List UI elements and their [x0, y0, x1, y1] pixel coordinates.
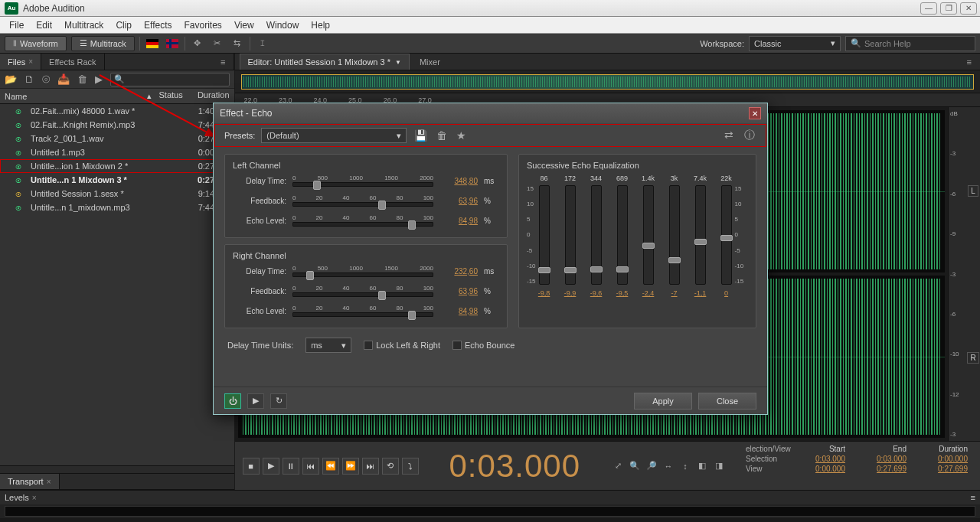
- zoom-btn-3[interactable]: ↔: [662, 459, 675, 473]
- eq-slider[interactable]: [565, 185, 576, 285]
- menu-help[interactable]: Help: [305, 18, 336, 32]
- menu-edit[interactable]: Edit: [30, 18, 58, 32]
- eq-slider[interactable]: [669, 185, 680, 285]
- menu-favorites[interactable]: Favorites: [178, 18, 228, 32]
- tab-editor[interactable]: Editor: Untitled Session 1 Mixdown 3 * ▼: [240, 54, 410, 70]
- transport-btn-2[interactable]: ⏸: [283, 458, 299, 475]
- zoom-btn-6[interactable]: ◨: [712, 459, 726, 473]
- view-end[interactable]: 0:27.699: [861, 465, 906, 473]
- info-icon[interactable]: ⓘ: [743, 129, 756, 142]
- param-slider[interactable]: 020406080100: [292, 194, 433, 207]
- menu-window[interactable]: Window: [260, 18, 305, 32]
- param-slider[interactable]: 020406080100: [292, 214, 433, 227]
- close-button[interactable]: Close: [698, 393, 756, 409]
- workspace-dropdown[interactable]: Classic ▾: [749, 36, 841, 51]
- param-value[interactable]: 63,96: [439, 287, 478, 295]
- column-status[interactable]: Status: [156, 89, 188, 103]
- panel-menu-icon[interactable]: ≡: [213, 54, 234, 70]
- file-row[interactable]: Untitled 1.mp30:00.048: [0, 145, 234, 159]
- loop-button[interactable]: ↻: [270, 393, 287, 409]
- delete-preset-icon[interactable]: 🗑: [435, 129, 449, 142]
- record-icon[interactable]: ⦾: [42, 73, 50, 86]
- transport-btn-8[interactable]: ⤵: [402, 458, 419, 475]
- column-name[interactable]: Name ▴: [0, 89, 156, 103]
- transport-btn-4[interactable]: ⏪: [322, 458, 339, 475]
- param-slider[interactable]: 020406080100: [292, 305, 433, 317]
- files-search-input[interactable]: 🔍: [110, 73, 230, 86]
- razor-tool-icon[interactable]: ✂: [210, 36, 225, 51]
- tab-files[interactable]: Files×: [0, 54, 41, 70]
- open-file-icon[interactable]: 📂: [5, 73, 17, 85]
- channel-map-icon[interactable]: ⇄: [723, 129, 735, 142]
- close-icon[interactable]: ×: [28, 57, 33, 66]
- eq-value[interactable]: -9,5: [616, 289, 629, 297]
- close-icon[interactable]: ×: [32, 494, 37, 502]
- flag-no-icon[interactable]: [166, 39, 178, 48]
- mode-multitrack-button[interactable]: ☰ Multitrack: [71, 36, 135, 51]
- eq-value[interactable]: -1,1: [694, 289, 707, 297]
- flag-de-icon[interactable]: [146, 39, 158, 48]
- file-row[interactable]: Untitle...n 1_mixdown.mp37:44.143: [0, 201, 234, 214]
- eq-slider[interactable]: [695, 185, 706, 285]
- param-slider[interactable]: 0500100015002000: [292, 265, 433, 277]
- close-window-button[interactable]: ✕: [960, 2, 977, 15]
- dialog-close-button[interactable]: ✕: [749, 107, 761, 119]
- file-row[interactable]: 02.Fait...mix) 48000 1.wav *1:40.000: [0, 104, 234, 118]
- zoom-btn-5[interactable]: ◧: [695, 459, 709, 473]
- eq-value[interactable]: 0: [724, 289, 728, 297]
- eq-slider[interactable]: [539, 185, 550, 285]
- time-select-tool-icon[interactable]: 𝙸: [255, 36, 270, 51]
- lock-lr-checkbox[interactable]: Lock Left & Right: [364, 341, 440, 350]
- zoom-btn-0[interactable]: ⤢: [611, 459, 625, 473]
- param-value[interactable]: 84,98: [439, 307, 478, 315]
- file-row[interactable]: Untitled Session 1.sesx *9:14.143: [0, 187, 234, 201]
- view-dur[interactable]: 0:27.699: [922, 465, 968, 473]
- eq-value[interactable]: -9,9: [564, 289, 577, 297]
- transport-btn-0[interactable]: ■: [243, 458, 260, 475]
- transport-btn-3[interactable]: ⏮: [302, 458, 319, 475]
- param-slider[interactable]: 020406080100: [292, 285, 433, 297]
- menu-clip[interactable]: Clip: [109, 18, 138, 32]
- maximize-button[interactable]: ❐: [940, 2, 957, 15]
- sel-start[interactable]: 0:03.000: [799, 455, 845, 463]
- minimize-button[interactable]: —: [920, 2, 937, 15]
- eq-slider[interactable]: [617, 185, 628, 285]
- param-slider[interactable]: 0500100015002000: [292, 175, 433, 187]
- zoom-btn-2[interactable]: 🔎: [645, 459, 658, 473]
- eq-value[interactable]: -7: [671, 289, 678, 297]
- sel-end[interactable]: 0:03.000: [861, 455, 906, 463]
- favorite-icon[interactable]: ★: [455, 129, 468, 142]
- param-value[interactable]: 84,98: [439, 217, 478, 225]
- tab-effects-rack[interactable]: Effects Rack: [41, 54, 105, 70]
- import-icon[interactable]: 📥: [57, 73, 70, 85]
- transport-btn-5[interactable]: ⏩: [342, 458, 359, 475]
- menu-view[interactable]: View: [228, 18, 260, 32]
- zoom-btn-1[interactable]: 🔍: [628, 459, 642, 473]
- file-row[interactable]: Untitle...n 1 Mixdown 3 *0:27.699: [0, 173, 234, 187]
- file-row[interactable]: Untitle...ion 1 Mixdown 2 *0:27.699: [0, 159, 234, 173]
- panel-menu-icon[interactable]: ≡: [959, 54, 980, 70]
- trash-icon[interactable]: 🗑: [77, 73, 87, 85]
- param-value[interactable]: 63,96: [439, 197, 478, 205]
- power-button[interactable]: ⏻: [224, 393, 241, 409]
- search-help-input[interactable]: 🔍 Search Help: [845, 36, 975, 51]
- close-icon[interactable]: ×: [47, 478, 51, 486]
- new-file-icon[interactable]: 🗋: [24, 73, 34, 85]
- transport-btn-6[interactable]: ⏭: [362, 458, 379, 475]
- param-value[interactable]: 232,60: [439, 267, 478, 276]
- chevron-down-icon[interactable]: ▼: [395, 59, 401, 66]
- param-value[interactable]: 348,80: [439, 177, 478, 185]
- slip-tool-icon[interactable]: ⇆: [230, 36, 245, 51]
- view-start[interactable]: 0:00.000: [799, 465, 845, 473]
- eq-slider[interactable]: [721, 185, 732, 285]
- eq-value[interactable]: -2,4: [642, 289, 655, 297]
- eq-slider[interactable]: [643, 185, 654, 285]
- tab-transport[interactable]: Transport×: [0, 474, 60, 489]
- column-duration[interactable]: Duration: [188, 89, 234, 103]
- sel-dur[interactable]: 0:00.000: [922, 455, 968, 463]
- apply-button[interactable]: Apply: [634, 393, 692, 409]
- echo-bounce-checkbox[interactable]: Echo Bounce: [452, 341, 514, 350]
- panel-menu-icon[interactable]: ≡: [971, 493, 975, 502]
- move-tool-icon[interactable]: ✥: [190, 36, 205, 51]
- file-row[interactable]: Track 2_001_1.wav0:27.699: [0, 132, 234, 145]
